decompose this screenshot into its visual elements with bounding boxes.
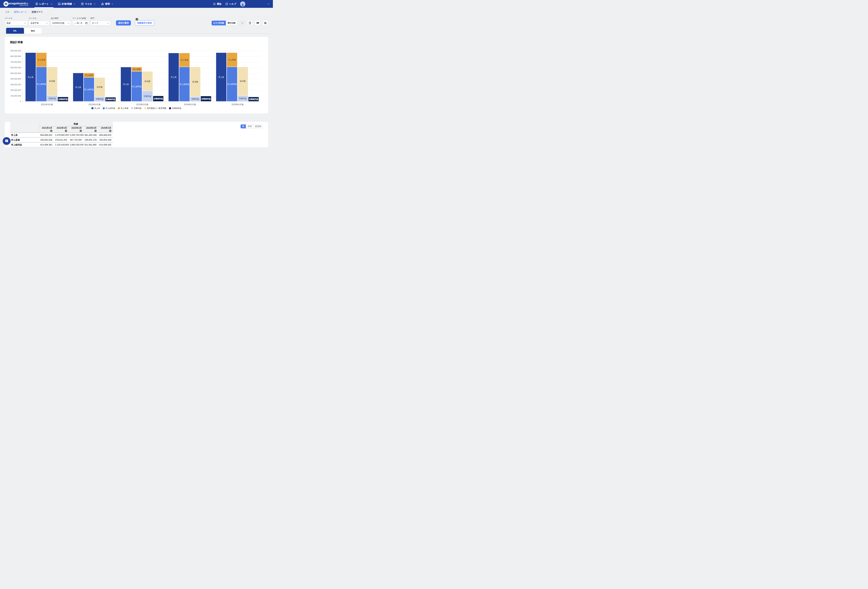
bar-label: 売上原価 xyxy=(179,59,190,61)
collapse-filters-button[interactable] xyxy=(240,20,245,26)
selected-value: 実績 xyxy=(6,22,10,25)
legend-item-sganda[interactable]: 販売費及び一般管理費 xyxy=(144,107,166,109)
plan-actual-icon xyxy=(58,3,61,5)
comment-button[interactable] xyxy=(255,20,260,26)
compare-toggle: 12 か月比較期中比較 xyxy=(211,21,238,25)
nav-item-reports[interactable]: レポート xyxy=(32,0,55,8)
legend-label: 売上原価 xyxy=(121,107,128,109)
table-row-gross-profit: 売上総利益614,086,3822,103,428,8002,663,030,0… xyxy=(10,142,113,147)
cell-value: 250,803,538 xyxy=(39,137,54,142)
cell-value: 614,086,382 xyxy=(39,142,54,147)
table-column-header: 2024年3月期 xyxy=(84,126,98,133)
calendar-icon xyxy=(85,22,87,24)
report-tabs: P/LB/S xyxy=(0,28,273,34)
bar-label: 営業利益 xyxy=(47,97,57,100)
bar-operating-profit: 営業利益 xyxy=(47,96,58,102)
legend-item-operating-profit[interactable]: 営業利益 xyxy=(131,107,142,109)
date-input-data2-range[interactable]: ----年--月 xyxy=(72,21,89,25)
compare-option-mid-period[interactable]: 期中比較 xyxy=(226,21,237,25)
bar-gross-profit: 売上総利益 xyxy=(227,67,237,102)
chat-launcher-button[interactable] xyxy=(3,137,10,145)
bar-label: 売上総利益 xyxy=(131,85,142,88)
select-chevron-icon xyxy=(68,22,69,24)
compare-option-twelve-month[interactable]: 12 か月比較 xyxy=(212,21,226,25)
chevron-down-icon xyxy=(50,3,52,5)
bar-sales: 売上高 xyxy=(216,53,227,102)
row-label: 売上原価 xyxy=(10,137,39,142)
legend-item-cogs[interactable]: 売上原価 xyxy=(118,107,128,109)
bar-label: 売上総利益 xyxy=(84,88,94,91)
legend-label: 売上総利益 xyxy=(106,107,115,109)
bar-cogs: 売上原価 xyxy=(84,73,94,77)
y-axis-tick-label: 700,000,000 xyxy=(5,61,21,63)
help-badge[interactable]: ? xyxy=(136,18,138,21)
filter-label-data1: データ① xyxy=(5,17,27,20)
bar-label: 売上総利益 xyxy=(36,83,47,86)
bar-label: 当期純利益 xyxy=(105,98,116,101)
master-icon xyxy=(81,3,84,5)
nav-item-label: マスタ xyxy=(85,3,92,6)
unit-toggle: 円千円百万円 xyxy=(241,124,263,128)
tab-pl[interactable]: P/L xyxy=(6,28,24,34)
bar-label: 営業利益 xyxy=(238,97,248,100)
chart-title: 損益計算書 xyxy=(10,41,23,44)
account-chevron-down-icon[interactable] xyxy=(267,3,269,5)
y-axis-tick-label: 100,000,000 xyxy=(5,95,21,97)
unit-option-million-yen[interactable]: 百万円 xyxy=(253,124,263,128)
legend-swatch xyxy=(92,107,93,109)
nav-util-help[interactable]: ?ヘルプ xyxy=(225,3,236,6)
bar-cogs: 売上原価 xyxy=(36,53,47,67)
bar-label: 販管費 xyxy=(238,80,248,83)
bar-operating-profit: 営業利益 xyxy=(190,96,201,102)
bell-icon xyxy=(213,3,216,5)
filter-label-data2: データ② xyxy=(29,17,49,20)
edit-note-button[interactable] xyxy=(247,20,253,26)
bar-label: 売上高 xyxy=(168,76,179,78)
save-default-conditions-button[interactable]: 初期条件の保存 xyxy=(135,20,154,25)
user-avatar[interactable] xyxy=(240,1,245,7)
admin-icon xyxy=(101,3,104,5)
nav-item-admin[interactable]: 管理 xyxy=(99,0,116,8)
bar-sales: 売上高 xyxy=(168,53,179,102)
save-wrap: ?初期条件の保存 xyxy=(135,20,154,25)
bar-label: 当期純利益 xyxy=(201,97,211,100)
table-column-header: 2023年3月期 xyxy=(69,126,84,133)
unit-option-thousand-yen[interactable]: 千円 xyxy=(246,124,253,128)
bar-label: 売上原価 xyxy=(131,68,142,71)
bar-label: 売上高 xyxy=(25,76,36,78)
bar-label: 営業利益 xyxy=(142,95,153,97)
select-data1[interactable]: 実績 xyxy=(5,21,27,25)
filter-field-data2: データ②当初予算 xyxy=(29,17,49,25)
legend-item-gross-profit[interactable]: 売上総利益 xyxy=(103,107,115,109)
table-column-header: 2021年3月期 xyxy=(39,126,54,133)
chat-bubble-icon xyxy=(5,139,9,143)
select-department[interactable]: すべて xyxy=(90,21,111,25)
legend-item-net-income[interactable]: 当期純利益 xyxy=(169,107,182,109)
bar-operating-profit: 営業利益 xyxy=(238,96,248,102)
financial-table-head: 実績2021年3月期2022年3月期2023年3月期2024年3月期2025年3… xyxy=(10,122,113,133)
legend-item-sales[interactable]: 売上高 xyxy=(92,107,100,109)
edit-note-icon xyxy=(249,22,251,25)
select-data2[interactable]: 当初予算 xyxy=(29,21,49,25)
bar-label: 売上原価 xyxy=(84,74,94,77)
nav-util-notifications[interactable]: 通知 xyxy=(213,3,221,6)
nav-item-plan-actual[interactable]: 計画/実績 xyxy=(55,0,78,8)
nav-util-label: 通知 xyxy=(217,3,221,6)
tab-bs[interactable]: B/S xyxy=(24,28,42,34)
nav-item-master[interactable]: マスタ xyxy=(78,0,99,8)
settings-button[interactable] xyxy=(263,20,268,26)
selected-value: すべて xyxy=(92,22,99,25)
bar-label: 当期純利益 xyxy=(248,98,259,100)
comment-icon xyxy=(257,22,259,25)
breadcrumb-item[interactable]: 標準レポート xyxy=(14,10,27,13)
apply-conditions-button[interactable]: 条件の適用 xyxy=(116,20,131,25)
selected-value: ----年--月 xyxy=(74,22,83,25)
unit-option-yen[interactable]: 円 xyxy=(241,124,246,128)
bar-sales: 売上高 xyxy=(73,73,84,102)
breadcrumb-item: 分析 xyxy=(5,10,10,13)
chart-legend: 売上高売上総利益売上原価営業利益販売費及び一般管理費当期純利益 xyxy=(5,107,268,109)
chevron-up-icon xyxy=(241,22,244,24)
app-logo[interactable]: M anageboard 2.0 Money Forward xyxy=(3,1,28,6)
select-fiscal-period[interactable]: 2025年3月期 xyxy=(51,21,71,25)
nav-item-label: レポート xyxy=(39,3,49,6)
